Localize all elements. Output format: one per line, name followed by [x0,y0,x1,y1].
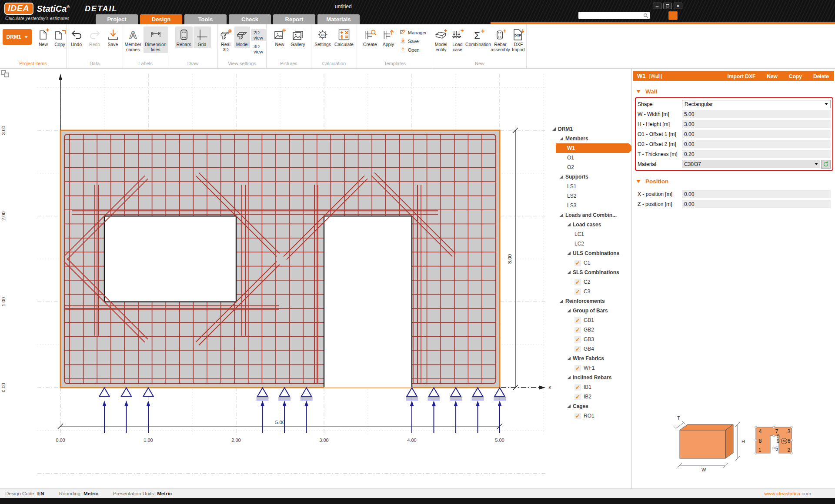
ribbon-new[interactable]: New [36,27,51,48]
ribbon-3d-view[interactable]: 3D view [251,43,266,55]
tree-item-c3[interactable]: C3 [549,287,630,296]
expander-icon[interactable] [552,127,556,131]
tree-item-reinforcements[interactable]: Reinforcements [549,296,630,306]
field-o1-offset-1-m[interactable] [682,130,831,138]
project-selector[interactable]: DRM1 [3,29,32,45]
checkbox-icon[interactable] [574,288,581,295]
expander-icon[interactable] [567,271,571,274]
tree-item-ls3[interactable]: LS3 [549,201,630,210]
anchor-point-icon[interactable] [755,426,757,428]
tree-item-cages[interactable]: Cages [549,401,630,411]
tree-item-c1[interactable]: C1 [549,258,630,268]
anchor-label-9[interactable]: 9 [777,438,780,444]
maximize-icon[interactable] [663,3,672,9]
close-icon[interactable] [674,3,682,9]
anchor-label-8[interactable]: 8 [759,438,762,444]
ribbon-copy[interactable]: Copy [52,27,68,48]
tree-item-inclined-rebars[interactable]: Inclined Rebars [549,373,630,382]
tree-item-wf1[interactable]: WF1 [549,363,630,373]
checkbox-icon[interactable] [574,327,581,333]
ribbon-gallery[interactable]: Gallery [289,27,307,48]
ribbon-dimension-lines[interactable]: Dimension lines [144,27,168,53]
expander-icon[interactable] [567,376,571,379]
field-x-position-m[interactable] [682,190,831,198]
panel-action-delete[interactable]: Delete [813,73,829,80]
checkbox-icon[interactable] [574,279,581,285]
ribbon-undo[interactable]: Undo [68,27,85,48]
expander-icon[interactable] [560,213,563,217]
checkbox-icon[interactable] [574,365,581,371]
help-button[interactable] [668,11,678,20]
ribbon-redo[interactable]: Redo [86,27,104,48]
expander-icon[interactable] [567,252,571,255]
anchor-point-icon[interactable] [791,452,793,454]
ribbon-model[interactable]: Model [234,27,250,48]
search-input[interactable] [578,13,643,18]
expander-icon[interactable] [560,175,563,179]
ribbon-real-3d[interactable]: Real 3D [218,27,234,53]
checkbox-icon[interactable] [574,336,581,343]
minimize-icon[interactable] [653,3,661,9]
ribbon-create[interactable]: Create [361,27,379,48]
anchor-point-icon[interactable] [755,439,757,441]
ribbon-open[interactable]: Open [398,46,428,54]
anchor-label-1[interactable]: 1 [758,447,762,453]
expander-icon[interactable] [560,137,563,140]
checkbox-icon[interactable] [574,317,581,324]
ribbon-load-case[interactable]: Load case [450,27,465,53]
panel-action-import-dxf[interactable]: Import DXF [728,73,756,80]
ribbon-grid[interactable]: Grid [194,27,211,48]
tree-item-gb2[interactable]: GB2 [549,325,630,335]
tree-item-lc2[interactable]: LC2 [549,239,630,249]
anchor-point-icon[interactable] [773,447,775,449]
tree-item-group-of-bars[interactable]: Group of Bars [549,306,630,315]
collapse-icon[interactable] [636,90,641,93]
tree-item-ls2[interactable]: LS2 [549,191,630,201]
insertion-point-picker[interactable]: 4738096152M [755,426,793,454]
dropdown-material[interactable]: C30/37 [682,160,820,168]
tree-item-drm1[interactable]: DRM1 [549,124,630,134]
anchor-point-icon[interactable] [773,426,775,428]
tree-item-lc1[interactable]: LC1 [549,229,630,239]
tree-item-loads-and-combin[interactable]: Loads and Combin... [549,210,630,220]
field-z-position-m[interactable] [682,200,831,208]
tree-item-gb1[interactable]: GB1 [549,315,630,325]
tab-materials[interactable]: Materials [317,14,360,24]
tree-item-sls-combinations[interactable]: SLS Combinations [549,268,630,277]
tree-item-supports[interactable]: Supports [549,172,630,182]
expander-icon[interactable] [560,299,563,303]
checkbox-icon[interactable] [574,260,581,266]
tree-item-w1[interactable]: W1 [556,143,629,153]
expander-icon[interactable] [567,405,571,408]
tree-item-members[interactable]: Members [549,134,630,143]
expander-icon[interactable] [567,357,571,360]
ribbon-rebars[interactable]: Rebars [175,27,193,48]
checkbox-icon[interactable] [574,394,581,400]
anchor-label-6[interactable]: 6 [788,438,791,444]
anchor-label-5[interactable]: 5 [775,446,778,452]
tab-report[interactable]: Report [273,14,315,24]
ribbon-combination[interactable]: ΣCombination [466,27,490,48]
field-t-thickness-m[interactable] [682,150,831,158]
tab-tools[interactable]: Tools [184,14,227,24]
anchor-point-icon[interactable] [791,439,793,441]
ribbon-member-names[interactable]: AMember names [123,27,143,53]
tree-item-c2[interactable]: C2 [549,277,630,287]
tree-item-ib1[interactable]: IB1 [549,382,630,392]
tree-item-ls1[interactable]: LS1 [549,182,630,191]
ribbon-rebar-assembly[interactable]: Rebar assembly [491,27,510,53]
fit-view-icon[interactable] [1,70,11,80]
field-o2-offset-2-m[interactable] [682,140,831,148]
ribbon-manager[interactable]: Manager [398,28,428,36]
field-h-height-m[interactable] [682,120,831,128]
tree-item-load-cases[interactable]: Load cases [549,220,630,229]
expander-icon[interactable] [567,309,571,312]
tree-item-o2[interactable]: O2 [549,162,630,172]
dropdown-shape[interactable]: Rectangular [682,100,831,108]
panel-action-copy[interactable]: Copy [789,73,802,80]
tree-item-gb4[interactable]: GB4 [549,344,630,354]
ribbon-2d-view[interactable]: 2D view [251,29,266,41]
tree-item-wire-fabrics[interactable]: Wire Fabrics [549,354,630,363]
collapse-icon[interactable] [636,180,641,183]
ribbon-apply[interactable]: Apply [380,27,397,48]
